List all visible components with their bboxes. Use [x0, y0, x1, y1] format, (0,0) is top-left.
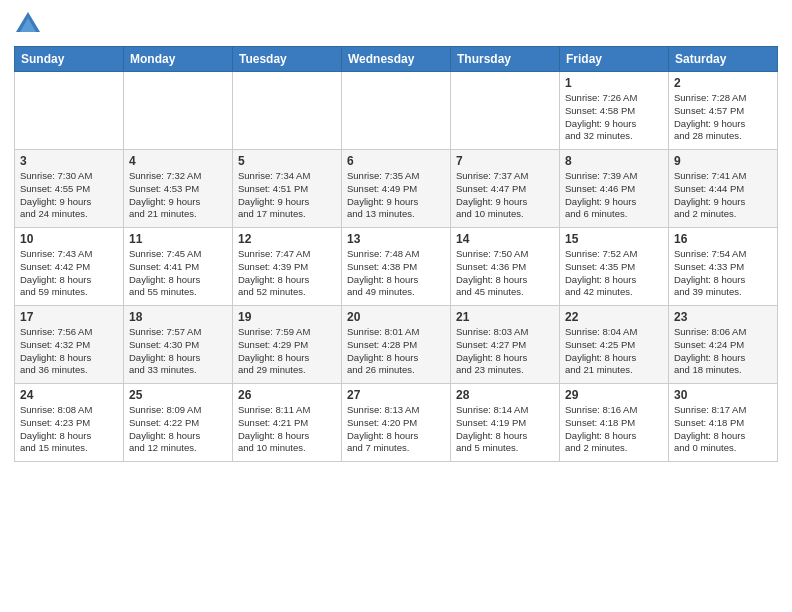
day-info: Sunrise: 7:43 AM Sunset: 4:42 PM Dayligh…	[20, 248, 118, 299]
day-info: Sunrise: 8:13 AM Sunset: 4:20 PM Dayligh…	[347, 404, 445, 455]
day-info: Sunrise: 7:26 AM Sunset: 4:58 PM Dayligh…	[565, 92, 663, 143]
calendar-cell: 12Sunrise: 7:47 AM Sunset: 4:39 PM Dayli…	[233, 228, 342, 306]
day-info: Sunrise: 7:45 AM Sunset: 4:41 PM Dayligh…	[129, 248, 227, 299]
calendar-cell: 30Sunrise: 8:17 AM Sunset: 4:18 PM Dayli…	[669, 384, 778, 462]
day-number: 3	[20, 154, 118, 168]
day-number: 1	[565, 76, 663, 90]
calendar-cell	[451, 72, 560, 150]
calendar-cell: 19Sunrise: 7:59 AM Sunset: 4:29 PM Dayli…	[233, 306, 342, 384]
calendar-cell: 27Sunrise: 8:13 AM Sunset: 4:20 PM Dayli…	[342, 384, 451, 462]
calendar-cell: 24Sunrise: 8:08 AM Sunset: 4:23 PM Dayli…	[15, 384, 124, 462]
calendar-cell: 17Sunrise: 7:56 AM Sunset: 4:32 PM Dayli…	[15, 306, 124, 384]
day-number: 6	[347, 154, 445, 168]
calendar-cell: 25Sunrise: 8:09 AM Sunset: 4:22 PM Dayli…	[124, 384, 233, 462]
week-row-5: 24Sunrise: 8:08 AM Sunset: 4:23 PM Dayli…	[15, 384, 778, 462]
day-info: Sunrise: 7:50 AM Sunset: 4:36 PM Dayligh…	[456, 248, 554, 299]
day-number: 8	[565, 154, 663, 168]
week-row-4: 17Sunrise: 7:56 AM Sunset: 4:32 PM Dayli…	[15, 306, 778, 384]
calendar-cell: 11Sunrise: 7:45 AM Sunset: 4:41 PM Dayli…	[124, 228, 233, 306]
day-info: Sunrise: 8:08 AM Sunset: 4:23 PM Dayligh…	[20, 404, 118, 455]
day-info: Sunrise: 7:39 AM Sunset: 4:46 PM Dayligh…	[565, 170, 663, 221]
logo	[14, 10, 46, 38]
calendar-cell: 29Sunrise: 8:16 AM Sunset: 4:18 PM Dayli…	[560, 384, 669, 462]
day-info: Sunrise: 7:37 AM Sunset: 4:47 PM Dayligh…	[456, 170, 554, 221]
weekday-header-tuesday: Tuesday	[233, 47, 342, 72]
day-number: 25	[129, 388, 227, 402]
day-number: 30	[674, 388, 772, 402]
calendar-cell	[124, 72, 233, 150]
day-number: 17	[20, 310, 118, 324]
day-info: Sunrise: 7:48 AM Sunset: 4:38 PM Dayligh…	[347, 248, 445, 299]
day-info: Sunrise: 8:06 AM Sunset: 4:24 PM Dayligh…	[674, 326, 772, 377]
calendar-cell: 5Sunrise: 7:34 AM Sunset: 4:51 PM Daylig…	[233, 150, 342, 228]
calendar-cell: 26Sunrise: 8:11 AM Sunset: 4:21 PM Dayli…	[233, 384, 342, 462]
day-info: Sunrise: 7:59 AM Sunset: 4:29 PM Dayligh…	[238, 326, 336, 377]
calendar-cell: 21Sunrise: 8:03 AM Sunset: 4:27 PM Dayli…	[451, 306, 560, 384]
day-number: 20	[347, 310, 445, 324]
day-number: 11	[129, 232, 227, 246]
day-info: Sunrise: 7:35 AM Sunset: 4:49 PM Dayligh…	[347, 170, 445, 221]
calendar-cell: 23Sunrise: 8:06 AM Sunset: 4:24 PM Dayli…	[669, 306, 778, 384]
day-number: 22	[565, 310, 663, 324]
day-number: 9	[674, 154, 772, 168]
header	[14, 10, 778, 38]
calendar-cell: 6Sunrise: 7:35 AM Sunset: 4:49 PM Daylig…	[342, 150, 451, 228]
day-info: Sunrise: 7:47 AM Sunset: 4:39 PM Dayligh…	[238, 248, 336, 299]
day-number: 26	[238, 388, 336, 402]
day-number: 16	[674, 232, 772, 246]
page: SundayMondayTuesdayWednesdayThursdayFrid…	[0, 0, 792, 612]
calendar-cell: 9Sunrise: 7:41 AM Sunset: 4:44 PM Daylig…	[669, 150, 778, 228]
day-info: Sunrise: 8:09 AM Sunset: 4:22 PM Dayligh…	[129, 404, 227, 455]
day-info: Sunrise: 8:17 AM Sunset: 4:18 PM Dayligh…	[674, 404, 772, 455]
day-info: Sunrise: 8:03 AM Sunset: 4:27 PM Dayligh…	[456, 326, 554, 377]
weekday-header-wednesday: Wednesday	[342, 47, 451, 72]
calendar-cell: 18Sunrise: 7:57 AM Sunset: 4:30 PM Dayli…	[124, 306, 233, 384]
day-number: 13	[347, 232, 445, 246]
weekday-header-saturday: Saturday	[669, 47, 778, 72]
day-info: Sunrise: 7:56 AM Sunset: 4:32 PM Dayligh…	[20, 326, 118, 377]
calendar-cell: 13Sunrise: 7:48 AM Sunset: 4:38 PM Dayli…	[342, 228, 451, 306]
day-number: 7	[456, 154, 554, 168]
calendar-cell	[342, 72, 451, 150]
week-row-1: 1Sunrise: 7:26 AM Sunset: 4:58 PM Daylig…	[15, 72, 778, 150]
calendar-cell: 20Sunrise: 8:01 AM Sunset: 4:28 PM Dayli…	[342, 306, 451, 384]
week-row-2: 3Sunrise: 7:30 AM Sunset: 4:55 PM Daylig…	[15, 150, 778, 228]
day-number: 5	[238, 154, 336, 168]
day-info: Sunrise: 7:54 AM Sunset: 4:33 PM Dayligh…	[674, 248, 772, 299]
day-number: 15	[565, 232, 663, 246]
day-info: Sunrise: 8:01 AM Sunset: 4:28 PM Dayligh…	[347, 326, 445, 377]
day-info: Sunrise: 8:14 AM Sunset: 4:19 PM Dayligh…	[456, 404, 554, 455]
calendar-cell: 28Sunrise: 8:14 AM Sunset: 4:19 PM Dayli…	[451, 384, 560, 462]
calendar-cell: 10Sunrise: 7:43 AM Sunset: 4:42 PM Dayli…	[15, 228, 124, 306]
logo-icon	[14, 10, 42, 38]
day-info: Sunrise: 7:57 AM Sunset: 4:30 PM Dayligh…	[129, 326, 227, 377]
week-row-3: 10Sunrise: 7:43 AM Sunset: 4:42 PM Dayli…	[15, 228, 778, 306]
day-info: Sunrise: 7:32 AM Sunset: 4:53 PM Dayligh…	[129, 170, 227, 221]
day-info: Sunrise: 7:30 AM Sunset: 4:55 PM Dayligh…	[20, 170, 118, 221]
day-info: Sunrise: 7:28 AM Sunset: 4:57 PM Dayligh…	[674, 92, 772, 143]
weekday-header-friday: Friday	[560, 47, 669, 72]
weekday-header-sunday: Sunday	[15, 47, 124, 72]
day-number: 14	[456, 232, 554, 246]
day-number: 23	[674, 310, 772, 324]
calendar-cell: 8Sunrise: 7:39 AM Sunset: 4:46 PM Daylig…	[560, 150, 669, 228]
day-info: Sunrise: 7:41 AM Sunset: 4:44 PM Dayligh…	[674, 170, 772, 221]
day-number: 19	[238, 310, 336, 324]
calendar-cell: 1Sunrise: 7:26 AM Sunset: 4:58 PM Daylig…	[560, 72, 669, 150]
calendar-cell: 2Sunrise: 7:28 AM Sunset: 4:57 PM Daylig…	[669, 72, 778, 150]
day-info: Sunrise: 8:11 AM Sunset: 4:21 PM Dayligh…	[238, 404, 336, 455]
day-number: 4	[129, 154, 227, 168]
day-number: 21	[456, 310, 554, 324]
calendar-cell: 15Sunrise: 7:52 AM Sunset: 4:35 PM Dayli…	[560, 228, 669, 306]
day-number: 29	[565, 388, 663, 402]
calendar-cell: 3Sunrise: 7:30 AM Sunset: 4:55 PM Daylig…	[15, 150, 124, 228]
day-info: Sunrise: 8:04 AM Sunset: 4:25 PM Dayligh…	[565, 326, 663, 377]
day-number: 27	[347, 388, 445, 402]
weekday-header-monday: Monday	[124, 47, 233, 72]
day-number: 10	[20, 232, 118, 246]
calendar-cell	[15, 72, 124, 150]
day-number: 18	[129, 310, 227, 324]
day-info: Sunrise: 7:52 AM Sunset: 4:35 PM Dayligh…	[565, 248, 663, 299]
calendar: SundayMondayTuesdayWednesdayThursdayFrid…	[14, 46, 778, 462]
day-info: Sunrise: 8:16 AM Sunset: 4:18 PM Dayligh…	[565, 404, 663, 455]
